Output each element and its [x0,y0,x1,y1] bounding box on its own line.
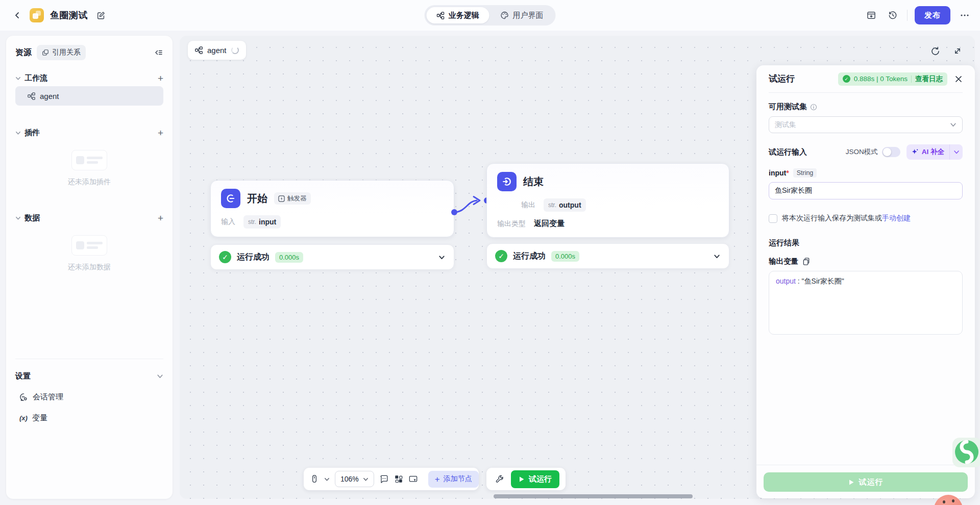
manual-create-link[interactable]: 手动创建 [882,214,911,222]
chevron-down-icon[interactable] [713,252,721,260]
settings-title: 设置 [15,371,31,381]
loading-spinner-icon [231,46,239,54]
view-log-link[interactable]: 查看日志 [915,74,943,84]
copy-icon[interactable] [802,258,810,265]
info-icon[interactable] [810,104,817,111]
debug-tools-button[interactable] [493,472,506,486]
input-value-field[interactable]: 鱼Sir家长圈 [769,182,963,199]
rename-button[interactable] [94,8,108,22]
plugin-empty-illustration [71,150,107,170]
more-menu-button[interactable] [958,8,972,22]
edit-icon [96,11,106,20]
variable-type: str. [548,201,556,209]
trigger-badge-label: 触发器 [287,194,307,203]
output-port[interactable] [451,209,457,215]
chevron-down-icon[interactable] [15,215,21,221]
node-end[interactable]: 结束 输出 str. output 输出类型 返回变量 [486,163,729,238]
wrench-icon [495,474,504,484]
more-dots-icon [960,10,970,20]
history-button[interactable] [886,8,900,22]
success-check-icon: ✓ [843,75,850,83]
start-node-status[interactable]: ✓ 运行成功 0.000s [210,244,454,270]
layout-grid-icon [394,474,403,484]
sidebar-item-session-management[interactable]: 会话管理 [15,392,163,402]
chevron-down-icon [950,121,957,128]
pointer-mode-button[interactable] [310,472,319,486]
output-type-value: 返回变量 [534,219,565,229]
minimap-button[interactable] [408,472,418,486]
workflow-icon [437,12,445,19]
field-name: input* [769,169,789,177]
run-stats-pill[interactable]: ✓ 0.888s | 0 Tokens 查看日志 [838,72,947,86]
duration-badge: 0.000s [275,252,303,263]
fullscreen-button[interactable] [951,45,964,57]
back-button[interactable] [11,9,23,21]
tab-user-interface[interactable]: 用户界面 [491,7,554,23]
testset-select[interactable]: 测试集 [769,116,963,133]
chat-settings-icon [19,393,28,401]
stat-divider [911,75,912,83]
testset-section-label: 可用测试集 [769,102,807,112]
chevron-down-icon[interactable] [157,373,163,380]
sidebar-tab-references[interactable]: 引用关系 [37,45,86,60]
variable-pill-output: str. output [544,198,586,212]
close-panel-button[interactable] [954,75,963,83]
variable-name: input [259,218,276,226]
plugin-section-title: 插件 [24,128,40,138]
sidebar-tab-resources[interactable]: 资源 [15,47,32,58]
ai-complete-label: AI 补全 [922,147,944,157]
horizontal-scrollbar[interactable] [494,494,693,498]
reference-icon [42,49,49,56]
tab-business-logic[interactable]: 业务逻辑 [427,7,489,23]
collapse-sidebar-button[interactable] [154,48,163,57]
refresh-icon [930,46,941,57]
duration-badge: 0.000s [551,251,579,262]
chevron-down-icon[interactable] [438,254,446,261]
test-run-button[interactable]: 试运行 [511,470,559,488]
app-header: 鱼圈测试 业务逻辑 用户界面 发布 [0,0,980,31]
sidebar-item-variables[interactable]: (x) 变量 [15,413,163,423]
archive-download-icon [866,10,876,20]
trigger-badge: 触发器 [274,192,311,205]
ai-complete-dropdown[interactable] [949,144,963,160]
chevron-down-icon [953,149,960,155]
sidebar-item-agent[interactable]: agent [15,86,163,106]
add-node-button[interactable]: + 添加节点 [428,471,479,488]
node-row-label: 输入 [221,217,238,226]
output-variable-label: 输出变量 [769,257,798,266]
chevron-down-icon[interactable] [324,476,330,482]
archive-button[interactable] [864,8,878,22]
publish-button[interactable]: 发布 [915,6,950,24]
end-node-status[interactable]: ✓ 运行成功 0.000s [486,243,729,269]
node-row-label: 输出 [521,200,538,210]
status-text: 运行成功 [237,252,270,263]
success-check-icon: ✓ [495,250,507,262]
add-plugin-button[interactable]: + [158,128,163,138]
assistant-logo-button[interactable] [954,440,979,464]
page-title: 鱼圈测试 [50,9,88,21]
field-type-badge: String [793,168,817,178]
mouse-icon [310,474,319,484]
canvas-tab-agent[interactable]: agent [188,41,246,60]
variable-name: output [559,201,581,209]
refresh-button[interactable] [929,45,941,57]
ai-complete-button[interactable]: AI 补全 [906,144,963,160]
auto-layout-button[interactable] [394,472,403,486]
plus-icon: + [435,475,440,484]
chevron-down-icon[interactable] [15,75,21,81]
json-mode-toggle[interactable] [882,147,900,157]
save-as-testset-checkbox[interactable] [769,214,777,223]
chevron-down-icon[interactable] [15,130,21,136]
comment-button[interactable] [379,472,389,486]
add-workflow-button[interactable]: + [158,73,163,83]
add-data-button[interactable]: + [158,213,163,223]
output-result-box: output : "鱼Sir家长圈" [769,271,963,335]
zoom-level-value: 106% [340,475,359,483]
panel-test-run-button[interactable]: 试运行 [764,472,968,492]
sidebar-item-label: 变量 [32,413,47,423]
expand-icon [952,46,963,56]
node-start[interactable]: 开始 触发器 输入 str. input [210,180,454,237]
workflow-icon [28,92,35,100]
zoom-level-select[interactable]: 106% [335,471,374,487]
panel-footer: 试运行 [756,465,975,498]
